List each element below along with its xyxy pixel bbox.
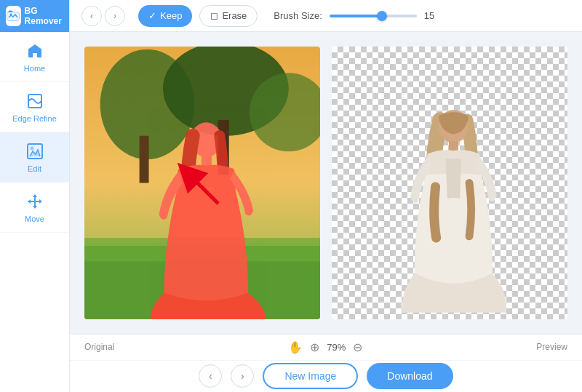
sidebar-item-home[interactable]: Home [0,32,69,82]
back-button[interactable]: ‹ [81,6,102,26]
canvas-area [70,32,582,334]
sidebar-item-edit[interactable]: Edit [0,132,69,183]
home-icon [25,41,45,61]
app-name: BG Remover [25,6,63,27]
bottom-info: Original ✋ ⊕ 79% ⊖ Preview [70,335,582,361]
zoom-out-icon[interactable]: ⊖ [353,340,362,354]
move-icon [25,191,45,212]
nav-buttons: ‹ › [81,6,125,26]
bottom-actions: ‹ › New Image Download [70,361,582,392]
svg-point-3 [10,14,12,16]
hand-icon[interactable]: ✋ [288,340,303,354]
original-label: Original [84,342,114,352]
logo-icon [6,6,21,26]
svg-rect-11 [140,136,149,183]
preview-label: Preview [536,342,567,352]
erase-icon: ◻ [210,10,218,21]
main-content: ‹ › ✓ Keep ◻ Erase Brush Size: 15 [70,0,582,392]
edit-icon [25,141,45,161]
sidebar: BG Remover Home Edge Refine Edit [0,0,70,392]
forward-button[interactable]: › [105,6,125,26]
preview-panel[interactable] [332,47,567,319]
zoom-controls: ✋ ⊕ 79% ⊖ [288,340,362,354]
new-image-button[interactable]: New Image [263,363,358,389]
zoom-value: 79% [327,342,346,353]
next-button[interactable]: › [231,364,254,388]
sidebar-edit-label: Edit [28,164,41,173]
zoom-in-icon[interactable]: ⊕ [310,340,319,354]
keep-button[interactable]: ✓ Keep [138,5,192,27]
keep-checkmark-icon: ✓ [148,10,156,21]
toolbar: ‹ › ✓ Keep ◻ Erase Brush Size: 15 [70,0,582,32]
sidebar-edge-refine-label: Edge Refine [12,114,57,123]
erase-button[interactable]: ◻ Erase [199,5,258,27]
sidebar-move-label: Move [25,215,44,223]
download-button[interactable]: Download [367,363,453,389]
brush-size-label: Brush Size: [274,10,322,21]
sidebar-item-move[interactable]: Move [0,183,69,233]
svg-point-6 [30,147,33,151]
brush-size-value: 15 [424,10,442,21]
sidebar-home-label: Home [24,64,45,73]
brush-slider[interactable] [330,15,417,17]
sidebar-item-edge-refine[interactable]: Edge Refine [0,82,69,132]
brush-slider-container [330,15,417,17]
brush-slider-thumb [377,11,387,21]
bottom-bar: Original ✋ ⊕ 79% ⊖ Preview ‹ › New Image… [70,334,582,392]
original-panel[interactable] [84,47,320,319]
app-logo: BG Remover [0,0,69,32]
edge-refine-icon [25,91,45,111]
prev-button[interactable]: ‹ [199,364,222,388]
